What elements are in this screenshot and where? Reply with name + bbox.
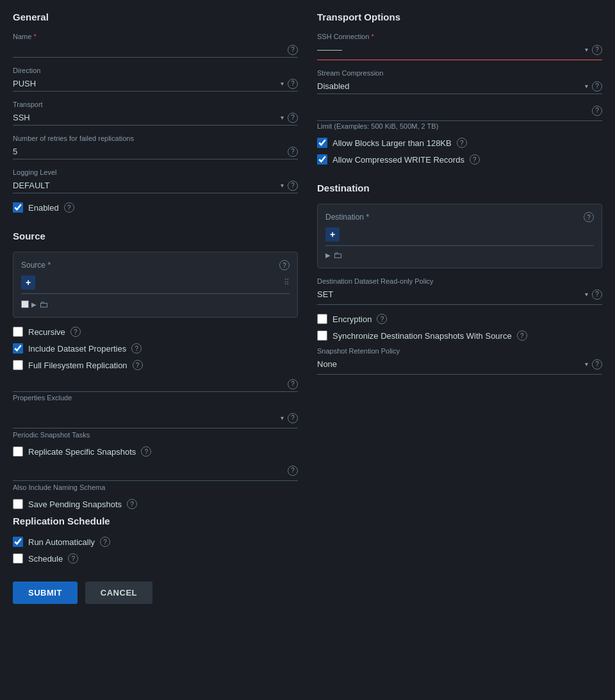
- enabled-checkbox[interactable]: [13, 202, 23, 213]
- direction-select[interactable]: PUSH PULL: [13, 76, 277, 91]
- logging-label: Logging Level: [13, 168, 298, 176]
- limit-input[interactable]: [317, 103, 588, 118]
- transport-help-icon[interactable]: ?: [288, 113, 298, 123]
- recursive-help-icon[interactable]: ?: [70, 327, 81, 337]
- retries-help-icon[interactable]: ?: [288, 147, 298, 157]
- naming-schema-help-icon[interactable]: ?: [288, 466, 298, 476]
- run-auto-label: Run Automatically: [28, 537, 95, 547]
- name-field-group: Name * ?: [13, 33, 298, 58]
- source-path-input[interactable]: [39, 278, 280, 288]
- transport-chevron-icon: ▾: [281, 114, 284, 121]
- schedule-checkbox[interactable]: [13, 553, 23, 564]
- dest-policy-row: SET REQUIRE IGNORE ▾ ?: [317, 287, 602, 305]
- full-filesystem-help-icon[interactable]: ?: [133, 360, 143, 370]
- allow-blocks-help-icon[interactable]: ?: [457, 138, 467, 148]
- schedule-row: Schedule ?: [13, 553, 298, 564]
- recursive-label: Recursive: [28, 327, 65, 337]
- source-box-help-icon[interactable]: ?: [279, 260, 290, 270]
- transport-select[interactable]: SSH LOCAL: [13, 110, 277, 125]
- logging-chevron-icon: ▾: [281, 182, 284, 189]
- properties-exclude-help-icon[interactable]: ?: [288, 379, 298, 389]
- name-help-icon[interactable]: ?: [288, 45, 298, 55]
- source-tree-row: ▶ 🗀: [21, 298, 290, 311]
- submit-button[interactable]: SUBMIT: [13, 582, 78, 604]
- general-section: General Name * ? Direction: [13, 12, 298, 213]
- snapshot-retention-select[interactable]: None Same as Source Custom: [317, 357, 581, 371]
- include-dataset-label: Include Dataset Properties: [28, 344, 126, 354]
- properties-exclude-label: Properties Exclude: [13, 394, 298, 402]
- logging-select[interactable]: DEFAULT DEBUG INFO WARNING ERROR: [13, 178, 277, 193]
- dest-policy-help-icon[interactable]: ?: [592, 289, 602, 300]
- sync-snapshots-checkbox[interactable]: [317, 330, 327, 341]
- periodic-help-icon[interactable]: ?: [288, 413, 298, 423]
- allow-blocks-checkbox[interactable]: [317, 138, 327, 148]
- stream-comp-help-icon[interactable]: ?: [592, 81, 602, 92]
- ssh-conn-label: SSH Connection: [317, 33, 369, 40]
- encryption-help-icon[interactable]: ?: [377, 314, 387, 324]
- retries-field-group: Number of retries for failed replication…: [13, 134, 298, 159]
- dest-add-button[interactable]: +: [325, 227, 340, 241]
- encryption-row: Encryption ?: [317, 314, 602, 324]
- snapshot-retention-help-icon[interactable]: ?: [592, 359, 602, 370]
- stream-comp-select[interactable]: Disabled lz4 gzip zstd: [317, 79, 581, 94]
- encryption-checkbox[interactable]: [317, 314, 327, 324]
- include-dataset-checkbox[interactable]: [13, 343, 23, 354]
- name-input[interactable]: [13, 42, 284, 57]
- name-input-row: ?: [13, 42, 298, 58]
- direction-input-row: PUSH PULL ▾ ?: [13, 76, 298, 92]
- recursive-checkbox[interactable]: [13, 327, 23, 337]
- enabled-help-icon[interactable]: ?: [64, 202, 74, 213]
- schedule-title: Replication Schedule: [13, 516, 298, 526]
- save-pending-label: Save Pending Snapshots: [28, 500, 122, 509]
- sync-snapshots-row: Synchronize Destination Snapshots With S…: [317, 330, 602, 341]
- dest-box-help-icon[interactable]: ?: [584, 212, 594, 222]
- source-section: Source Source * ? + ⠿: [13, 231, 298, 610]
- include-dataset-help-icon[interactable]: ?: [131, 343, 142, 354]
- tree-square-icon: [21, 300, 29, 308]
- dest-box-header: Destination * ?: [325, 212, 594, 222]
- snapshot-retention-label: Snapshot Retention Policy: [317, 347, 602, 355]
- folder-icon: 🗀: [39, 299, 48, 309]
- dest-policy-chevron-icon: ▾: [585, 291, 588, 298]
- retries-input[interactable]: [13, 144, 284, 159]
- save-pending-row: Save Pending Snapshots ?: [13, 499, 298, 509]
- properties-exclude-row: ?: [13, 377, 298, 392]
- schedule-section: Replication Schedule Run Automatically ?…: [13, 516, 298, 564]
- source-add-button[interactable]: +: [21, 275, 35, 289]
- periodic-select[interactable]: [13, 411, 277, 425]
- save-pending-help-icon[interactable]: ?: [127, 499, 137, 509]
- schedule-help-icon[interactable]: ?: [68, 553, 78, 564]
- cancel-button[interactable]: CANCEL: [85, 582, 152, 604]
- dest-add-row: +: [325, 227, 594, 246]
- allow-compressed-help-icon[interactable]: ?: [470, 154, 480, 165]
- transport-input-row: SSH LOCAL ▾ ?: [13, 110, 298, 126]
- periodic-chevron-icon: ▾: [281, 414, 284, 421]
- limit-help-icon[interactable]: ?: [592, 106, 602, 116]
- dest-policy-field-group: Destination Dataset Read-only Policy SET…: [317, 277, 602, 305]
- full-filesystem-checkbox[interactable]: [13, 360, 23, 370]
- dest-policy-select[interactable]: SET REQUIRE IGNORE: [317, 287, 581, 302]
- dest-path-input[interactable]: [343, 230, 594, 240]
- transport-label: Transport: [13, 101, 298, 108]
- run-auto-checkbox[interactable]: [13, 537, 23, 547]
- run-auto-help-icon[interactable]: ?: [100, 537, 110, 547]
- replicate-specific-help-icon[interactable]: ?: [141, 446, 151, 457]
- sync-snapshots-label: Synchronize Destination Snapshots With S…: [332, 331, 512, 341]
- replicate-specific-checkbox[interactable]: [13, 446, 23, 457]
- direction-chevron-icon: ▾: [281, 80, 284, 87]
- ssh-conn-select[interactable]: ———: [317, 42, 581, 57]
- replicate-specific-label: Replicate Specific Snapshots: [28, 447, 136, 457]
- properties-exclude-input[interactable]: [13, 377, 284, 391]
- save-pending-checkbox[interactable]: [13, 499, 23, 509]
- logging-help-icon[interactable]: ?: [288, 181, 298, 191]
- limit-label: Limit (Examples: 500 KiB, 500M, 2 TB): [317, 122, 602, 130]
- source-box-header: Source * ?: [21, 260, 290, 270]
- stream-comp-label: Stream Compression: [317, 69, 602, 77]
- naming-schema-row: ?: [13, 463, 298, 481]
- ssh-conn-field-group: SSH Connection * ——— ▾ ?: [317, 33, 602, 60]
- naming-schema-input[interactable]: [13, 463, 284, 478]
- allow-compressed-checkbox[interactable]: [317, 154, 327, 165]
- ssh-conn-help-icon[interactable]: ?: [592, 45, 602, 55]
- direction-help-icon[interactable]: ?: [288, 79, 298, 89]
- sync-snapshots-help-icon[interactable]: ?: [517, 330, 527, 341]
